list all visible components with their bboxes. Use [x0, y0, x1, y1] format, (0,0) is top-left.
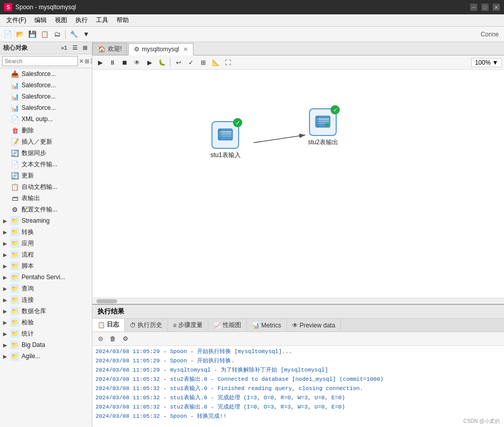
results-delete-button[interactable]: 🗑	[108, 334, 118, 344]
tab-close-button[interactable]: ✕	[183, 46, 188, 53]
svg-rect-6	[219, 129, 221, 140]
maximize-button[interactable]: □	[481, 4, 489, 11]
pause-button[interactable]: ⏸	[107, 57, 118, 68]
tree-category-agile[interactable]: ▶ 📁 Agile...	[0, 351, 92, 362]
result-tab-log[interactable]: 📋 日志	[92, 319, 125, 332]
tree-category-dw[interactable]: ▶ 📁 数据仓库	[0, 305, 92, 317]
agile-label: Agile...	[22, 353, 41, 360]
close-button[interactable]: ✕	[493, 4, 500, 11]
tab-welcome[interactable]: 🏠 欢迎!	[92, 43, 127, 55]
tree-item-textfile[interactable]: 📄 文本文件输...	[0, 159, 92, 170]
tree-item-configfile[interactable]: ⚙ 配置文件输...	[0, 204, 92, 215]
canvas-area[interactable]: ✓ stu1表输入 ✓	[92, 70, 504, 304]
toolbar-layers[interactable]: 🔧	[68, 29, 80, 40]
toolbar-save-all[interactable]: 🗂	[51, 29, 63, 40]
toolbar-open-file[interactable]: 📂	[14, 29, 26, 40]
tree-item-autodoc[interactable]: 📋 自动文档输...	[0, 181, 92, 192]
transform-folder-icon: 📁	[10, 227, 20, 237]
search-input[interactable]	[2, 56, 78, 66]
tree-category-bigdata[interactable]: ▶ 📁 Big Data	[0, 339, 92, 351]
table-output-icon	[315, 114, 331, 130]
result-tab-perf[interactable]: 📈 性能图	[208, 319, 247, 332]
tree-category-app[interactable]: ▶ 📁 应用	[0, 238, 92, 249]
menu-help[interactable]: 帮助	[112, 15, 133, 26]
tree-category-query[interactable]: ▶ 📁 查询	[0, 283, 92, 294]
result-tab-metrics[interactable]: 📊 Metrics	[247, 319, 287, 332]
panel-list-view[interactable]: ☰	[71, 44, 79, 52]
tree-category-transform[interactable]: ▶ 📁 转换	[0, 226, 92, 238]
debug-button[interactable]: 🐛	[156, 57, 167, 68]
panel-tree-view[interactable]: ⊞	[81, 44, 89, 52]
tree-category-connect[interactable]: ▶ 📁 连接	[0, 294, 92, 305]
stats-label: 统计	[22, 329, 34, 338]
tree-category-pentaho[interactable]: ▶ 📁 Pentaho Servi...	[0, 271, 92, 283]
tree-item-salesforce3[interactable]: 📊 Salesforce...	[0, 91, 92, 102]
results-clear-button[interactable]: ⊝	[95, 334, 106, 344]
bigdata-arrow: ▶	[3, 342, 10, 348]
log-content[interactable]: 2024/03/08 11:05:29 - Spoon - 开始执行转换 [my…	[92, 346, 504, 427]
results-title: 执行结果	[92, 305, 504, 319]
stop-button[interactable]: ⏹	[119, 57, 130, 68]
query-arrow: ▶	[3, 286, 10, 292]
tree-item-update[interactable]: 🔄 更新	[0, 170, 92, 181]
tree-item-label: 插入／更新	[22, 138, 52, 146]
tree-item-label: 文本文件输...	[22, 160, 57, 169]
etl-node-stu1[interactable]: ✓ stu1表输入	[210, 121, 241, 160]
tree-item-tableout[interactable]: 🗃 表输出	[0, 192, 92, 204]
toolbar-save-as[interactable]: 📋	[39, 29, 50, 40]
perf-label: 性能图	[223, 321, 241, 329]
tab-mysqltomysql[interactable]: ⚙ mysqltomysql ✕	[128, 43, 193, 55]
result-tab-history[interactable]: ⏱ 执行历史	[125, 319, 168, 332]
validate-label: 检验	[22, 318, 34, 327]
steps-icon: ≡	[173, 322, 177, 329]
check-button[interactable]: ✓	[185, 57, 197, 68]
run-options-button[interactable]: ▶	[144, 57, 155, 68]
search-options-button[interactable]: ⊞	[85, 56, 89, 66]
full-btn[interactable]: ⛶	[222, 57, 234, 68]
result-tab-preview[interactable]: 👁 Preview data	[287, 319, 341, 332]
zoom-selector[interactable]: 100% ▼	[471, 58, 502, 67]
tree-item-upsert[interactable]: 📝 插入／更新	[0, 136, 92, 147]
bigdata-folder-icon: 📁	[10, 340, 20, 350]
toolbar-layers-dropdown[interactable]: ▼	[81, 29, 92, 40]
results-settings-button[interactable]: ⚙	[120, 334, 130, 344]
menu-execute[interactable]: 执行	[71, 15, 92, 26]
run-button[interactable]: ▶	[94, 57, 106, 68]
search-clear-button[interactable]: ✕	[79, 56, 84, 66]
tree-item-label: 数据同步	[22, 149, 46, 158]
dw-folder-icon: 📁	[10, 306, 20, 316]
tree-category-stats[interactable]: ▶ 📁 统计	[0, 328, 92, 339]
result-tab-steps[interactable]: ≡ 步骤度量	[168, 319, 208, 332]
align-button[interactable]: ⊞	[198, 57, 209, 68]
history-label: 执行历史	[138, 321, 162, 329]
tree-item-delete[interactable]: 🗑 删除	[0, 125, 92, 136]
minimize-button[interactable]: ─	[470, 4, 477, 11]
menu-view[interactable]: 视图	[51, 15, 71, 26]
tree-item-xmloutput[interactable]: 📄 XML outp...	[0, 113, 92, 125]
tree-item-salesforce2[interactable]: 📊 Salesforce...	[0, 80, 92, 91]
tab-welcome-icon: 🏠	[98, 46, 106, 53]
tree-item-datasync[interactable]: 🔄 数据同步	[0, 147, 92, 159]
menu-tools[interactable]: 工具	[92, 15, 112, 26]
tree-category-script[interactable]: ▶ 📁 脚本	[0, 260, 92, 271]
tree-category-flow[interactable]: ▶ 📁 流程	[0, 249, 92, 260]
replay-button[interactable]: ↩	[173, 57, 184, 68]
etl-node-stu2[interactable]: ✓ stu2表输出	[308, 108, 338, 147]
script-label: 脚本	[22, 262, 34, 270]
tree-item-salesforce1[interactable]: 📥 Salesforce...	[0, 68, 92, 80]
svg-rect-11	[317, 116, 319, 127]
tree-item-salesforce4[interactable]: 📊 Salesforce...	[0, 102, 92, 113]
menu-edit[interactable]: 编辑	[30, 15, 51, 26]
menu-file[interactable]: 文件(F)	[2, 15, 30, 26]
snap-button[interactable]: 📐	[210, 57, 221, 68]
tree-category-validate[interactable]: ▶ 📁 检验	[0, 317, 92, 328]
toolbar-save[interactable]: 💾	[27, 29, 38, 40]
toolbar-sep1	[65, 30, 66, 39]
toolbar-new[interactable]: 📄	[2, 29, 13, 40]
preview-button[interactable]: 👁	[131, 57, 143, 68]
preview-icon: 👁	[292, 322, 298, 329]
dw-label: 数据仓库	[22, 307, 46, 316]
pentaho-folder-icon: 📁	[10, 273, 20, 282]
canvas-scroll-horizontal[interactable]	[92, 298, 504, 304]
tree-category-streaming[interactable]: ▶ 📁 Streaming	[0, 215, 92, 226]
